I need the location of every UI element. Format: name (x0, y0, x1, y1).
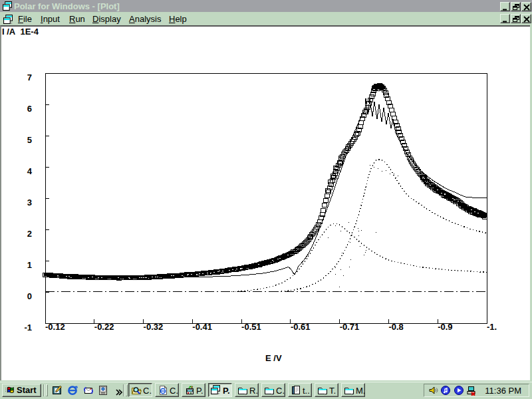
svg-text:-0.9: -0.9 (438, 322, 452, 332)
svg-text:-0.12: -0.12 (45, 322, 65, 332)
svg-text:5: 5 (27, 135, 32, 145)
svg-text:-0.8: -0.8 (388, 322, 403, 332)
svg-text:-0.51: -0.51 (241, 322, 261, 332)
svg-text:-1.: -1. (487, 322, 497, 332)
svg-text:3: 3 (27, 198, 32, 207)
svg-text:1: 1 (27, 260, 32, 270)
svg-text:-0.61: -0.61 (291, 322, 311, 332)
svg-text:-0.41: -0.41 (192, 322, 212, 332)
svg-text:-1: -1 (24, 323, 32, 332)
svg-text:7: 7 (27, 72, 32, 82)
svg-text:4: 4 (27, 166, 33, 176)
svg-text:-0.71: -0.71 (340, 322, 360, 332)
svg-text:-0.22: -0.22 (94, 322, 114, 332)
svg-text:I /A 1E-4: I /A 1E-4 (2, 27, 39, 37)
svg-text:2: 2 (27, 229, 32, 239)
svg-text:-0.32: -0.32 (144, 322, 164, 332)
svg-text:E /V: E /V (265, 353, 282, 363)
svg-text:6: 6 (27, 104, 32, 114)
svg-text:0: 0 (27, 291, 32, 301)
